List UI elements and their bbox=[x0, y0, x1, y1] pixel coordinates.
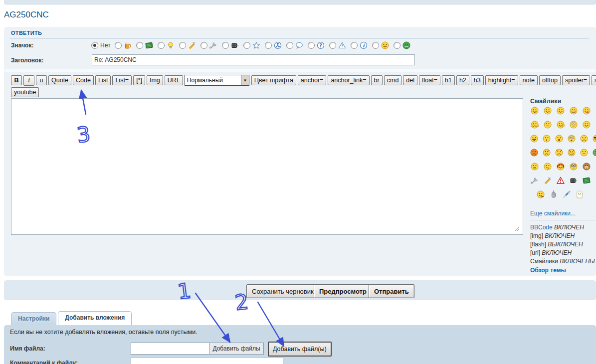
smiley-eek[interactable] bbox=[568, 134, 576, 143]
bbcode-btn-br[interactable]: br bbox=[371, 75, 383, 85]
smiley-shocked[interactable] bbox=[555, 134, 563, 143]
topic-icon-option-wrench[interactable] bbox=[200, 41, 217, 50]
smiley-shy[interactable] bbox=[530, 120, 539, 129]
topic-icon-radio-light-bulb[interactable] bbox=[158, 42, 165, 49]
smiley-lol[interactable] bbox=[530, 134, 538, 143]
topic-icon-option-green-grin[interactable] bbox=[394, 41, 410, 50]
topic-icon-option-pliers[interactable] bbox=[179, 41, 196, 50]
smiley-evil[interactable] bbox=[555, 148, 563, 157]
smiley-worried[interactable] bbox=[543, 134, 551, 143]
smiley-smile[interactable] bbox=[543, 106, 552, 115]
topic-icon-option-stepper-motor[interactable] bbox=[222, 41, 239, 50]
topic-icon-option-question-mark[interactable]: ? bbox=[308, 41, 325, 50]
bbcode-btn-youtube[interactable]: youtube bbox=[11, 87, 39, 97]
topic-icon-radio-stepper-motor[interactable] bbox=[222, 42, 229, 49]
topic-icon-radio-beer[interactable] bbox=[115, 42, 122, 49]
smiley-shades[interactable] bbox=[593, 134, 596, 143]
bbcode-btn-img[interactable]: Img bbox=[147, 75, 163, 85]
smiley-headphones[interactable] bbox=[556, 162, 565, 171]
smiley-indifferent[interactable] bbox=[543, 120, 552, 129]
smiley-cigar[interactable] bbox=[536, 190, 545, 198]
message-textarea[interactable] bbox=[11, 98, 523, 235]
topic-icon-radio-none[interactable] bbox=[91, 42, 98, 49]
save-draft-button[interactable]: Сохранить черновик bbox=[246, 284, 319, 298]
bbcode-btn-note[interactable]: note bbox=[520, 75, 538, 85]
topic-icon-radio-radiation[interactable] bbox=[265, 42, 272, 49]
topic-icon-option-speech-bubble[interactable] bbox=[286, 41, 303, 50]
bbcode-btn-h3[interactable]: h3 bbox=[471, 75, 484, 85]
topic-icon-radio-speech-bubble[interactable] bbox=[286, 42, 293, 49]
subject-input[interactable] bbox=[92, 54, 415, 65]
topic-icon-option-warning[interactable] bbox=[329, 41, 346, 50]
file-comment-input[interactable] bbox=[131, 357, 283, 364]
bbcode-btn-anchor-link[interactable]: anchor_link= bbox=[328, 75, 369, 85]
submit-button[interactable]: Отправить bbox=[369, 284, 414, 298]
tab-settings[interactable]: Настройки bbox=[11, 312, 56, 325]
bbcode-btn-cmd[interactable]: cmd bbox=[384, 75, 402, 85]
smiley-screwdriver[interactable] bbox=[562, 190, 571, 198]
topic-icon-radio-wrench[interactable] bbox=[200, 42, 207, 49]
smiley-wink[interactable] bbox=[556, 106, 565, 115]
topic-icon-radio-warning[interactable] bbox=[329, 42, 336, 49]
textarea-resize-grip[interactable] bbox=[514, 225, 520, 231]
bbcode-btn-url[interactable]: URL bbox=[165, 75, 183, 85]
bbcode-btn-sym[interactable]: [*] bbox=[133, 75, 145, 85]
smiley-straight[interactable] bbox=[580, 148, 588, 157]
topic-icon-option-circuit-board[interactable] bbox=[136, 41, 153, 50]
more-smilies-link[interactable]: Еще смайлики... bbox=[530, 210, 576, 217]
smiley-frown[interactable] bbox=[580, 134, 588, 143]
smiley-smile2[interactable] bbox=[582, 120, 591, 129]
topic-icon-option-light-bulb[interactable] bbox=[158, 41, 175, 50]
smiley-pliers[interactable] bbox=[543, 176, 552, 184]
font-size-select[interactable]: Нормальный▼ bbox=[185, 75, 249, 86]
smiley-warning[interactable] bbox=[556, 176, 565, 184]
bbcode-btn-u[interactable]: u bbox=[36, 75, 47, 85]
file-path-input[interactable] bbox=[131, 343, 209, 355]
bbcode-btn-float[interactable]: float= bbox=[419, 75, 440, 85]
bbcode-btn-h1[interactable]: h1 bbox=[442, 75, 455, 85]
add-files-button[interactable]: Добавить файл(ы) bbox=[268, 342, 332, 357]
smiley-laugh[interactable] bbox=[530, 106, 539, 115]
bbcode-btn-spoiler[interactable]: spoiler= bbox=[562, 75, 590, 85]
topic-icon-option-none[interactable]: Нет bbox=[91, 42, 110, 49]
smiley-wrench[interactable] bbox=[530, 176, 539, 184]
bbcode-btn-offtop[interactable]: offtop bbox=[539, 75, 561, 85]
bbcode-btn-list[interactable]: List= bbox=[112, 75, 132, 85]
smiley-hypno[interactable] bbox=[569, 162, 578, 171]
smiley-skeptical[interactable] bbox=[543, 162, 552, 171]
smiley-bender[interactable] bbox=[549, 190, 558, 198]
topic-icon-option-beer[interactable] bbox=[115, 41, 132, 50]
tab-add-attachments[interactable]: Добавить вложения bbox=[58, 311, 132, 325]
topic-icon-option-star[interactable] bbox=[243, 41, 260, 50]
topic-icon-option-info[interactable]: i bbox=[351, 41, 368, 50]
topic-review-link[interactable]: Обзор темы bbox=[530, 267, 566, 274]
bbcode-help-link[interactable]: BBCode bbox=[530, 224, 553, 231]
topic-icon-radio-smiley[interactable] bbox=[372, 42, 379, 49]
bbcode-btn-quote[interactable]: Quote bbox=[48, 75, 71, 85]
smiley-twisted[interactable] bbox=[568, 148, 576, 157]
bbcode-btn-sub[interactable]: sub bbox=[592, 75, 596, 85]
bbcode-btn-list[interactable]: List bbox=[95, 75, 111, 85]
smiley-rolleyes[interactable] bbox=[569, 120, 578, 129]
bbcode-btn-highlight[interactable]: highlight= bbox=[485, 75, 518, 85]
browse-files-button[interactable]: Добавить файлы bbox=[209, 343, 264, 355]
topic-icon-radio-star[interactable] bbox=[243, 42, 250, 49]
bbcode-btn-i[interactable]: i bbox=[23, 75, 34, 86]
topic-icon-option-radiation[interactable] bbox=[265, 41, 282, 50]
smiley-mad[interactable] bbox=[530, 148, 538, 157]
preview-button[interactable]: Предпросмотр bbox=[314, 284, 372, 298]
smiley-monkey[interactable] bbox=[582, 162, 591, 171]
smiley-circuit-board[interactable] bbox=[582, 176, 591, 184]
smiley-moses[interactable] bbox=[575, 190, 584, 198]
smiley-angry[interactable] bbox=[543, 148, 551, 157]
bbcode-btn-anchor[interactable]: anchor= bbox=[298, 75, 327, 85]
smiley-grin[interactable] bbox=[569, 106, 578, 115]
topic-icon-radio-circuit-board[interactable] bbox=[136, 42, 143, 49]
bbcode-btn-h2[interactable]: h2 bbox=[456, 75, 469, 85]
smiley-thumbs-up[interactable] bbox=[556, 120, 565, 129]
bbcode-btn-цвет-шрифта[interactable]: Цвет шрифта bbox=[251, 75, 296, 85]
smiley-zombie[interactable] bbox=[593, 148, 596, 157]
bbcode-btn-b[interactable]: B bbox=[11, 75, 22, 85]
bbcode-btn-code[interactable]: Code bbox=[73, 75, 94, 85]
bbcode-btn-del[interactable]: del bbox=[403, 75, 417, 85]
